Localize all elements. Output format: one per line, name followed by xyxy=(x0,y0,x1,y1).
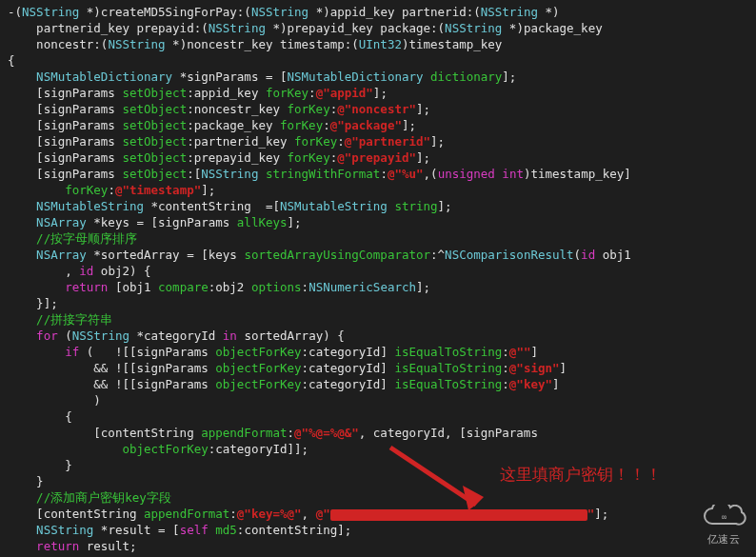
svg-text:∞: ∞ xyxy=(722,512,727,522)
watermark-text: 亿速云 xyxy=(701,531,746,547)
cloud-icon: ∞ xyxy=(701,505,746,529)
redacted-secret xyxy=(330,509,587,521)
code-block: -(NSString *)createMD5SingForPay:(NSStri… xyxy=(8,4,748,554)
watermark: ∞ 亿速云 xyxy=(701,505,746,547)
